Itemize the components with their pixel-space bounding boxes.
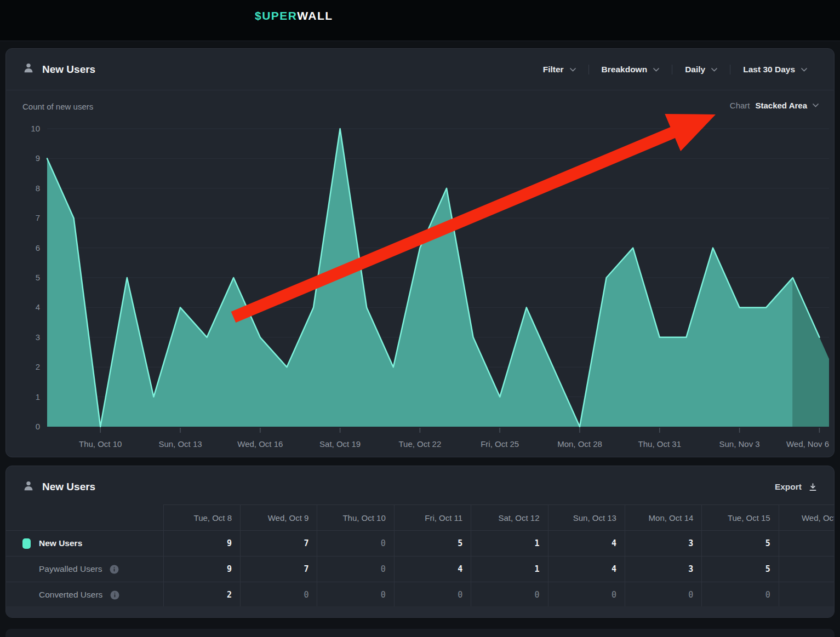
column-header-date: Tue, Oct 15 (702, 505, 779, 531)
top-navigation-bar: $UPERWALL (0, 0, 840, 41)
svg-text:Fri, Oct 25: Fri, Oct 25 (481, 439, 519, 449)
info-icon[interactable] (110, 590, 119, 600)
export-label: Export (775, 482, 802, 492)
svg-text:3: 3 (36, 332, 40, 342)
table-row: New Users970514353 (6, 531, 834, 556)
table-panel-header: New Users Export (6, 466, 834, 508)
data-table-scroll-area[interactable]: Tue, Oct 8Wed, Oct 9Thu, Oct 10Fri, Oct … (6, 504, 834, 608)
value-cell: 0 (471, 582, 548, 608)
chevron-down-icon (653, 68, 659, 72)
chevron-down-icon (570, 68, 576, 72)
svg-text:10: 10 (31, 124, 40, 133)
value-cell: 9 (163, 556, 240, 582)
value-cell: 2 (163, 582, 240, 608)
download-icon (808, 483, 818, 492)
value-cell: 3 (625, 556, 701, 582)
svg-text:Thu, Oct 10: Thu, Oct 10 (79, 439, 122, 449)
breakdown-label: Breakdown (602, 65, 648, 74)
chart-controls: Filter Breakdown Daily Last 30 Days (530, 49, 820, 90)
value-cell: 4 (548, 531, 625, 556)
svg-text:4: 4 (36, 302, 40, 312)
value-cell: 9 (163, 531, 240, 556)
svg-text:2: 2 (36, 362, 40, 371)
stacked-area-chart: 012345678910Thu, Oct 10Sun, Oct 13Wed, O… (6, 49, 835, 458)
filter-label: Filter (543, 65, 564, 74)
value-cell: 0 (548, 582, 625, 608)
new-users-data-table: Tue, Oct 8Wed, Oct 9Thu, Oct 10Fri, Oct … (6, 504, 834, 608)
svg-text:6: 6 (36, 243, 40, 252)
chevron-down-icon (711, 68, 717, 72)
value-cell: 0 (241, 582, 317, 608)
svg-text:Sat, Oct 19: Sat, Oct 19 (319, 439, 361, 449)
column-header-date: Fri, Oct 11 (394, 505, 471, 531)
row-label-cell: Converted Users (6, 582, 163, 608)
interval-dropdown[interactable]: Daily (672, 65, 730, 74)
value-cell: 3 (625, 531, 701, 556)
svg-text:0: 0 (36, 422, 40, 431)
value-cell: 5 (394, 531, 471, 556)
svg-text:Wed, Nov 6: Wed, Nov 6 (786, 439, 829, 449)
superwall-logo: $UPERWALL (255, 9, 333, 22)
chevron-down-icon (813, 104, 819, 107)
column-header-date: Thu, Oct 10 (317, 505, 394, 531)
column-header-date: Sun, Oct 13 (548, 505, 625, 531)
chart-type-label: Chart (730, 101, 750, 110)
row-label-text: Converted Users (39, 590, 102, 600)
table-row: Converted Users200000000 (6, 582, 834, 608)
column-header-date: Sat, Oct 12 (471, 505, 548, 531)
value-cell: 3 (779, 531, 834, 556)
value-cell: 7 (241, 556, 317, 582)
table-row: Paywalled Users970414353 (6, 556, 834, 582)
chart-panel-header: New Users Filter Breakdown Daily Last 30… (6, 49, 834, 90)
value-cell: 0 (317, 556, 394, 582)
svg-text:9: 9 (36, 153, 40, 163)
value-cell: 1 (471, 556, 548, 582)
new-users-table-panel: New Users Export Tue, Oct 8Wed, Oct 9Thu… (5, 466, 835, 618)
svg-text:Wed, Oct 16: Wed, Oct 16 (237, 439, 283, 449)
svg-text:Thu, Oct 31: Thu, Oct 31 (638, 439, 681, 449)
value-cell: 1 (471, 531, 548, 556)
svg-text:Sun, Nov 3: Sun, Nov 3 (719, 439, 759, 449)
value-cell: 5 (702, 531, 779, 556)
person-icon (22, 480, 35, 495)
column-header-date: Wed, Oct 16 (779, 505, 834, 531)
table-title-text: New Users (42, 481, 95, 493)
row-label-text: Paywalled Users (39, 564, 102, 574)
export-button[interactable]: Export (775, 466, 818, 508)
filter-dropdown[interactable]: Filter (530, 65, 588, 74)
table-corner-cell (6, 505, 163, 531)
new-users-chart-panel: New Users Filter Breakdown Daily Last 30… (5, 48, 835, 457)
value-cell: 0 (317, 531, 394, 556)
table-header-row: Tue, Oct 8Wed, Oct 9Thu, Oct 10Fri, Oct … (6, 505, 834, 531)
value-cell: 7 (241, 531, 317, 556)
value-cell: 4 (548, 556, 625, 582)
svg-text:Sun, Oct 13: Sun, Oct 13 (158, 439, 202, 449)
interval-label: Daily (685, 65, 705, 74)
row-label-cell: New Users (6, 531, 163, 556)
value-cell: 4 (394, 556, 471, 582)
column-header-date: Wed, Oct 9 (241, 505, 317, 531)
svg-text:8: 8 (36, 183, 40, 193)
svg-text:Mon, Oct 28: Mon, Oct 28 (557, 439, 602, 449)
value-cell: 0 (317, 582, 394, 608)
value-cell: 0 (394, 582, 471, 608)
chart-subtitle: Count of new users (22, 102, 93, 111)
info-icon[interactable] (110, 565, 119, 574)
series-legend-swatch (22, 538, 31, 549)
value-cell: 5 (702, 556, 779, 582)
chart-type-dropdown[interactable]: Chart Stacked Area (730, 101, 819, 110)
logo-rest-text: WALL (297, 9, 333, 22)
red-annotation-arrow (231, 114, 716, 323)
chart-panel-title: New Users (22, 62, 95, 77)
column-header-date: Mon, Oct 14 (625, 505, 701, 531)
horizontal-scrollbar[interactable] (6, 606, 834, 617)
person-icon (22, 62, 35, 77)
chart-type-value: Stacked Area (756, 101, 808, 110)
logo-accent-text: $UPER (255, 9, 297, 22)
date-range-dropdown[interactable]: Last 30 Days (730, 65, 820, 74)
value-cell: 0 (779, 582, 834, 608)
table-panel-title: New Users (22, 480, 95, 495)
row-label-cell: Paywalled Users (6, 556, 163, 582)
value-cell: 3 (779, 556, 834, 582)
breakdown-dropdown[interactable]: Breakdown (588, 65, 672, 74)
